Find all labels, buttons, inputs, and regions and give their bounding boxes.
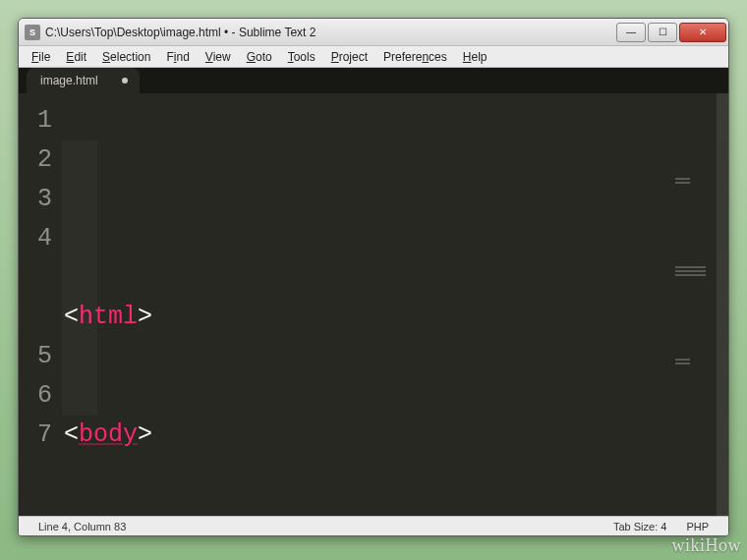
app-window: S C:\Users\Top\Desktop\image.html • - Su…	[18, 18, 729, 536]
menu-find[interactable]: Find	[159, 48, 196, 66]
indent-guide	[62, 140, 97, 416]
line-number	[19, 258, 52, 298]
code-line: <html>	[64, 298, 717, 337]
app-icon: S	[25, 25, 40, 40]
window-title: C:\Users\Top\Desktop\image.html • - Subl…	[45, 26, 614, 39]
menu-edit[interactable]: Edit	[59, 48, 93, 66]
code-content[interactable]: <html> <body> <img src="http://i1322. ph…	[62, 93, 717, 516]
menu-goto[interactable]: Goto	[240, 48, 279, 66]
editor-area: image.html 1 2 3 4 5 6 7	[19, 68, 728, 516]
menu-project[interactable]: Project	[324, 48, 374, 66]
line-number: 1	[19, 101, 52, 140]
menu-view[interactable]: View	[199, 48, 238, 66]
line-number: 2	[19, 140, 52, 180]
menubar: File Edit Selection Find View Goto Tools…	[19, 46, 728, 68]
menu-file[interactable]: File	[25, 48, 57, 66]
tab-size[interactable]: Tab Size: 4	[603, 521, 676, 532]
syntax-mode[interactable]: PHP	[676, 521, 718, 532]
line-number: 6	[19, 376, 52, 416]
statusbar: Line 4, Column 83 Tab Size: 4 PHP	[19, 516, 728, 535]
line-number	[19, 298, 52, 337]
minimap[interactable]	[673, 97, 707, 127]
menu-help[interactable]: Help	[456, 48, 494, 66]
code-line: <body>	[64, 416, 717, 455]
menu-tools[interactable]: Tools	[281, 48, 322, 66]
minimize-button[interactable]: —	[616, 23, 646, 42]
watermark: wikiHow	[672, 535, 742, 556]
tabstrip: image.html	[19, 68, 728, 93]
close-button[interactable]: ✕	[679, 23, 726, 42]
cursor-position: Line 4, Column 83	[29, 521, 136, 532]
line-gutter: 1 2 3 4 5 6 7	[19, 93, 62, 516]
menu-preferences[interactable]: Preferences	[376, 48, 454, 66]
tab-label: image.html	[40, 74, 98, 87]
line-number: 4	[19, 219, 52, 258]
code-region: 1 2 3 4 5 6 7 <html> <body>	[19, 93, 728, 516]
tab-file[interactable]: image.html	[27, 68, 140, 93]
menu-selection[interactable]: Selection	[95, 48, 157, 66]
maximize-button[interactable]: ☐	[648, 23, 677, 42]
line-number: 3	[19, 180, 52, 219]
line-number: 7	[19, 416, 52, 455]
titlebar[interactable]: S C:\Users\Top\Desktop\image.html • - Su…	[19, 19, 728, 46]
line-number: 5	[19, 337, 52, 376]
modified-indicator-icon	[122, 78, 128, 84]
window-controls: — ☐ ✕	[614, 23, 726, 42]
